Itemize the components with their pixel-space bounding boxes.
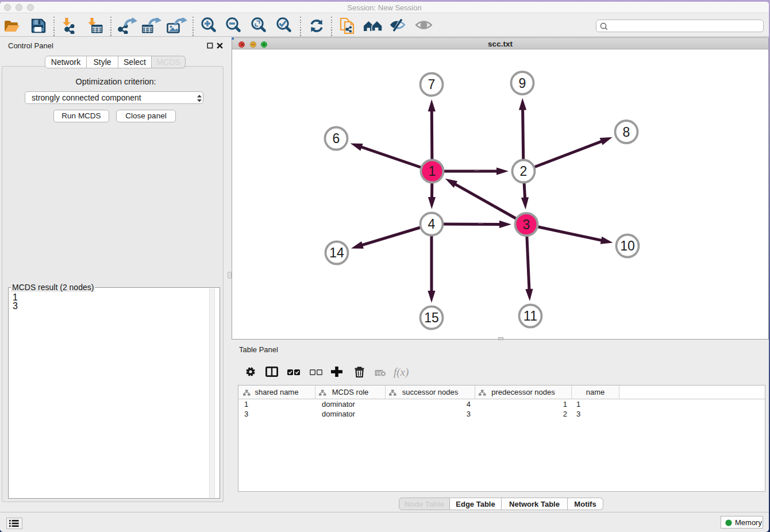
svg-text:11: 11 — [523, 309, 537, 323]
svg-text:14: 14 — [329, 245, 344, 260]
svg-text:9: 9 — [519, 76, 526, 91]
svg-text:8: 8 — [623, 125, 630, 140]
svg-text:6: 6 — [333, 131, 340, 146]
svg-text:10: 10 — [620, 238, 635, 253]
svg-text:2: 2 — [520, 164, 528, 179]
svg-text:1: 1 — [429, 164, 436, 179]
svg-text:7: 7 — [428, 77, 436, 92]
svg-text:4: 4 — [428, 217, 436, 232]
svg-text:15: 15 — [424, 310, 439, 325]
svg-text:3: 3 — [523, 217, 530, 232]
